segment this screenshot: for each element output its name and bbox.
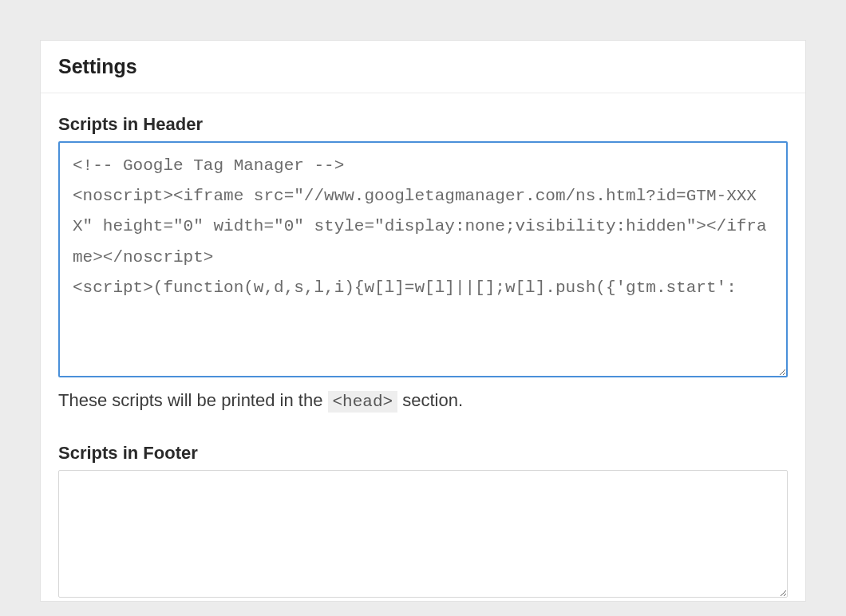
panel-body: Scripts in Header <!-- Google Tag Manage…	[41, 93, 805, 601]
help-code-pill: <head>	[328, 391, 398, 413]
panel-title: Settings	[58, 55, 788, 78]
help-text-prefix: These scripts will be printed in the	[58, 390, 328, 410]
footer-scripts-textarea[interactable]	[58, 470, 788, 598]
panel-header: Settings	[41, 41, 805, 93]
footer-scripts-label: Scripts in Footer	[58, 443, 788, 464]
header-scripts-help: These scripts will be printed in the <he…	[58, 390, 788, 411]
help-text-suffix: section.	[402, 390, 463, 410]
settings-panel: Settings Scripts in Header <!-- Google T…	[40, 40, 806, 602]
header-scripts-label: Scripts in Header	[58, 114, 788, 135]
header-scripts-textarea[interactable]: <!-- Google Tag Manager --> <noscript><i…	[58, 141, 788, 377]
